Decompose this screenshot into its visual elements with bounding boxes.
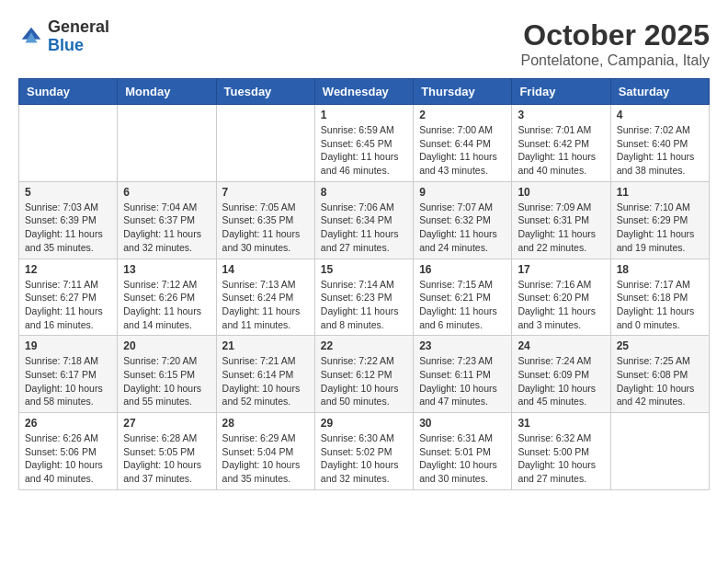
day-number: 28 xyxy=(222,417,309,430)
day-info: Sunrise: 7:04 AMSunset: 6:37 PMDaylight:… xyxy=(123,201,210,255)
location: Pontelatone, Campania, Italy xyxy=(521,52,710,69)
day-number: 26 xyxy=(25,417,111,430)
calendar-week-row: 26Sunrise: 6:26 AMSunset: 5:06 PMDayligh… xyxy=(19,413,710,490)
table-row: 18Sunrise: 7:17 AMSunset: 6:18 PMDayligh… xyxy=(610,259,709,336)
day-info: Sunrise: 6:28 AMSunset: 5:05 PMDaylight:… xyxy=(123,431,210,486)
table-row: 20Sunrise: 7:20 AMSunset: 6:15 PMDayligh… xyxy=(118,336,216,413)
day-number: 18 xyxy=(617,263,703,276)
calendar-header-row: Sunday Monday Tuesday Wednesday Thursday… xyxy=(19,79,710,105)
day-info: Sunrise: 7:18 AMSunset: 6:17 PMDaylight:… xyxy=(25,354,111,408)
table-row: 5Sunrise: 7:03 AMSunset: 6:39 PMDaylight… xyxy=(19,181,118,259)
day-info: Sunrise: 6:29 AMSunset: 5:04 PMDaylight:… xyxy=(222,431,309,486)
table-row: 22Sunrise: 7:22 AMSunset: 6:12 PMDayligh… xyxy=(314,336,413,413)
table-row: 10Sunrise: 7:09 AMSunset: 6:31 PMDayligh… xyxy=(512,181,610,259)
col-sunday: Sunday xyxy=(19,79,118,105)
table-row: 3Sunrise: 7:01 AMSunset: 6:42 PMDaylight… xyxy=(512,105,610,182)
logo-blue-text: Blue xyxy=(48,37,109,55)
day-info: Sunrise: 6:26 AMSunset: 5:06 PMDaylight:… xyxy=(25,431,111,486)
day-info: Sunrise: 7:02 AMSunset: 6:40 PMDaylight:… xyxy=(617,123,703,178)
day-info: Sunrise: 7:13 AMSunset: 6:24 PMDaylight:… xyxy=(222,278,309,332)
table-row: 21Sunrise: 7:21 AMSunset: 6:14 PMDayligh… xyxy=(216,336,314,413)
table-row: 2Sunrise: 7:00 AMSunset: 6:44 PMDaylight… xyxy=(414,105,512,182)
table-row xyxy=(610,413,709,490)
day-info: Sunrise: 7:14 AMSunset: 6:23 PMDaylight:… xyxy=(321,278,407,332)
day-info: Sunrise: 6:32 AMSunset: 5:00 PMDaylight:… xyxy=(518,431,604,486)
logo: General Blue xyxy=(18,18,109,55)
day-info: Sunrise: 7:15 AMSunset: 6:21 PMDaylight:… xyxy=(419,278,506,332)
day-number: 19 xyxy=(25,339,111,352)
logo-text: General Blue xyxy=(48,18,109,55)
day-number: 22 xyxy=(321,339,407,352)
day-number: 27 xyxy=(123,417,210,430)
day-number: 9 xyxy=(419,186,506,199)
day-info: Sunrise: 7:09 AMSunset: 6:31 PMDaylight:… xyxy=(518,201,604,255)
table-row: 16Sunrise: 7:15 AMSunset: 6:21 PMDayligh… xyxy=(414,259,512,336)
day-number: 1 xyxy=(321,109,407,121)
calendar-week-row: 5Sunrise: 7:03 AMSunset: 6:39 PMDaylight… xyxy=(19,181,710,259)
table-row: 24Sunrise: 7:24 AMSunset: 6:09 PMDayligh… xyxy=(512,336,610,413)
table-row: 27Sunrise: 6:28 AMSunset: 5:05 PMDayligh… xyxy=(118,413,216,490)
col-monday: Monday xyxy=(118,79,216,105)
table-row: 14Sunrise: 7:13 AMSunset: 6:24 PMDayligh… xyxy=(216,259,314,336)
table-row xyxy=(118,105,216,182)
table-row: 30Sunrise: 6:31 AMSunset: 5:01 PMDayligh… xyxy=(414,413,512,490)
day-number: 3 xyxy=(518,109,604,121)
col-wednesday: Wednesday xyxy=(314,79,413,105)
day-number: 4 xyxy=(617,109,703,121)
table-row: 8Sunrise: 7:06 AMSunset: 6:34 PMDaylight… xyxy=(314,181,413,259)
day-info: Sunrise: 7:25 AMSunset: 6:08 PMDaylight:… xyxy=(617,354,703,408)
day-number: 31 xyxy=(518,417,604,430)
day-number: 24 xyxy=(518,339,604,352)
day-info: Sunrise: 7:24 AMSunset: 6:09 PMDaylight:… xyxy=(518,354,604,408)
day-number: 30 xyxy=(419,417,506,430)
day-number: 6 xyxy=(123,186,210,199)
table-row xyxy=(216,105,314,182)
day-number: 17 xyxy=(518,263,604,276)
day-info: Sunrise: 7:23 AMSunset: 6:11 PMDaylight:… xyxy=(419,354,506,408)
col-friday: Friday xyxy=(512,79,610,105)
col-saturday: Saturday xyxy=(610,79,709,105)
table-row: 4Sunrise: 7:02 AMSunset: 6:40 PMDaylight… xyxy=(610,105,709,182)
col-thursday: Thursday xyxy=(414,79,512,105)
title-block: October 2025 Pontelatone, Campania, Ital… xyxy=(521,18,710,69)
day-info: Sunrise: 7:01 AMSunset: 6:42 PMDaylight:… xyxy=(518,123,604,178)
table-row: 13Sunrise: 7:12 AMSunset: 6:26 PMDayligh… xyxy=(118,259,216,336)
logo-icon xyxy=(18,24,44,50)
logo-general-text: General xyxy=(48,18,109,37)
calendar-week-row: 1Sunrise: 6:59 AMSunset: 6:45 PMDaylight… xyxy=(19,105,710,182)
day-info: Sunrise: 6:31 AMSunset: 5:01 PMDaylight:… xyxy=(419,431,506,486)
day-info: Sunrise: 7:12 AMSunset: 6:26 PMDaylight:… xyxy=(123,278,210,332)
table-row: 1Sunrise: 6:59 AMSunset: 6:45 PMDaylight… xyxy=(314,105,413,182)
day-info: Sunrise: 7:21 AMSunset: 6:14 PMDaylight:… xyxy=(222,354,309,408)
day-info: Sunrise: 7:11 AMSunset: 6:27 PMDaylight:… xyxy=(25,278,111,332)
day-info: Sunrise: 7:00 AMSunset: 6:44 PMDaylight:… xyxy=(419,123,506,178)
day-info: Sunrise: 7:06 AMSunset: 6:34 PMDaylight:… xyxy=(321,201,407,255)
day-number: 8 xyxy=(321,186,407,199)
day-number: 5 xyxy=(25,186,111,199)
day-number: 7 xyxy=(222,186,309,199)
day-info: Sunrise: 6:59 AMSunset: 6:45 PMDaylight:… xyxy=(321,123,407,178)
page-header: General Blue October 2025 Pontelatone, C… xyxy=(18,18,710,69)
day-info: Sunrise: 7:20 AMSunset: 6:15 PMDaylight:… xyxy=(123,354,210,408)
day-number: 29 xyxy=(321,417,407,430)
day-number: 11 xyxy=(617,186,703,199)
table-row: 9Sunrise: 7:07 AMSunset: 6:32 PMDaylight… xyxy=(414,181,512,259)
table-row: 17Sunrise: 7:16 AMSunset: 6:20 PMDayligh… xyxy=(512,259,610,336)
calendar-week-row: 12Sunrise: 7:11 AMSunset: 6:27 PMDayligh… xyxy=(19,259,710,336)
table-row: 12Sunrise: 7:11 AMSunset: 6:27 PMDayligh… xyxy=(19,259,118,336)
day-number: 2 xyxy=(419,109,506,121)
table-row: 28Sunrise: 6:29 AMSunset: 5:04 PMDayligh… xyxy=(216,413,314,490)
day-info: Sunrise: 7:07 AMSunset: 6:32 PMDaylight:… xyxy=(419,201,506,255)
day-number: 20 xyxy=(123,339,210,352)
calendar-week-row: 19Sunrise: 7:18 AMSunset: 6:17 PMDayligh… xyxy=(19,336,710,413)
table-row: 29Sunrise: 6:30 AMSunset: 5:02 PMDayligh… xyxy=(314,413,413,490)
table-row: 25Sunrise: 7:25 AMSunset: 6:08 PMDayligh… xyxy=(610,336,709,413)
col-tuesday: Tuesday xyxy=(216,79,314,105)
day-number: 25 xyxy=(617,339,703,352)
table-row: 11Sunrise: 7:10 AMSunset: 6:29 PMDayligh… xyxy=(610,181,709,259)
day-info: Sunrise: 6:30 AMSunset: 5:02 PMDaylight:… xyxy=(321,431,407,486)
table-row: 19Sunrise: 7:18 AMSunset: 6:17 PMDayligh… xyxy=(19,336,118,413)
day-number: 21 xyxy=(222,339,309,352)
day-number: 13 xyxy=(123,263,210,276)
day-info: Sunrise: 7:22 AMSunset: 6:12 PMDaylight:… xyxy=(321,354,407,408)
